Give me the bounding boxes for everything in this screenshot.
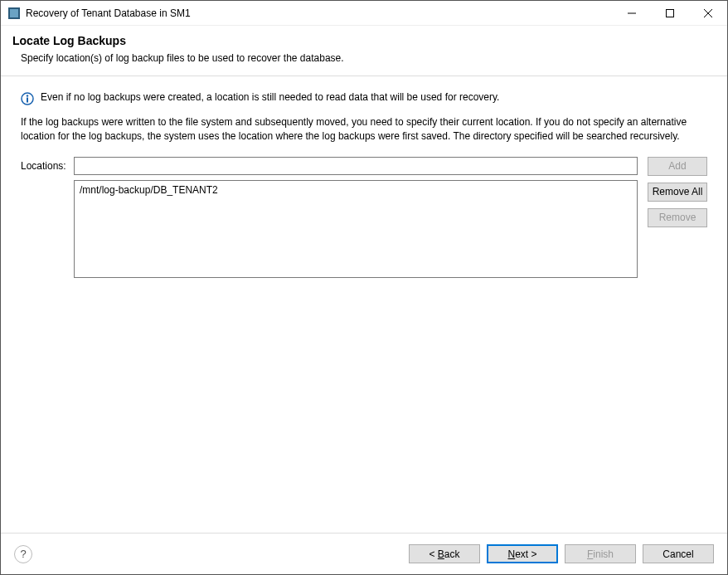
finish-button[interactable]: Finish bbox=[565, 544, 636, 563]
svg-rect-8 bbox=[27, 98, 28, 103]
list-item[interactable]: /mnt/log-backup/DB_TENANT2 bbox=[75, 183, 637, 197]
remove-all-button[interactable]: Remove All bbox=[648, 183, 707, 202]
info-text: Even if no log backups were created, a l… bbox=[41, 91, 499, 103]
add-button[interactable]: Add bbox=[648, 157, 707, 176]
info-row: Even if no log backups were created, a l… bbox=[21, 91, 707, 105]
close-button[interactable] bbox=[689, 1, 727, 25]
maximize-button[interactable] bbox=[651, 1, 689, 25]
back-button[interactable]: < Back bbox=[409, 544, 480, 563]
locations-section: Locations: /mnt/log-backup/DB_TENANT2 Ad… bbox=[21, 157, 707, 278]
explanation-text: If the log backups were written to the f… bbox=[21, 115, 707, 144]
wizard-header: Locate Log Backups Specify location(s) o… bbox=[1, 26, 727, 76]
svg-rect-1 bbox=[10, 9, 18, 17]
window-title: Recovery of Tenant Database in SM1 bbox=[26, 7, 613, 19]
window-controls bbox=[613, 1, 727, 25]
cancel-button[interactable]: Cancel bbox=[643, 544, 714, 563]
help-icon[interactable]: ? bbox=[14, 545, 32, 563]
svg-rect-3 bbox=[667, 9, 674, 17]
minimize-button[interactable] bbox=[613, 1, 651, 25]
wizard-content: Even if no log backups were created, a l… bbox=[1, 76, 727, 533]
wizard-footer: ? < Back Next > Finish Cancel bbox=[1, 533, 727, 574]
locations-label: Locations: bbox=[21, 157, 69, 172]
page-title: Locate Log Backups bbox=[12, 34, 716, 47]
next-button[interactable]: Next > bbox=[487, 544, 558, 563]
locations-input[interactable] bbox=[74, 157, 638, 175]
remove-button[interactable]: Remove bbox=[648, 208, 707, 227]
app-icon bbox=[7, 7, 21, 20]
locations-list[interactable]: /mnt/log-backup/DB_TENANT2 bbox=[74, 180, 638, 278]
page-subtitle: Specify location(s) of log backup files … bbox=[12, 52, 716, 64]
info-icon bbox=[21, 92, 34, 105]
titlebar: Recovery of Tenant Database in SM1 bbox=[1, 1, 727, 26]
svg-point-7 bbox=[27, 95, 28, 96]
